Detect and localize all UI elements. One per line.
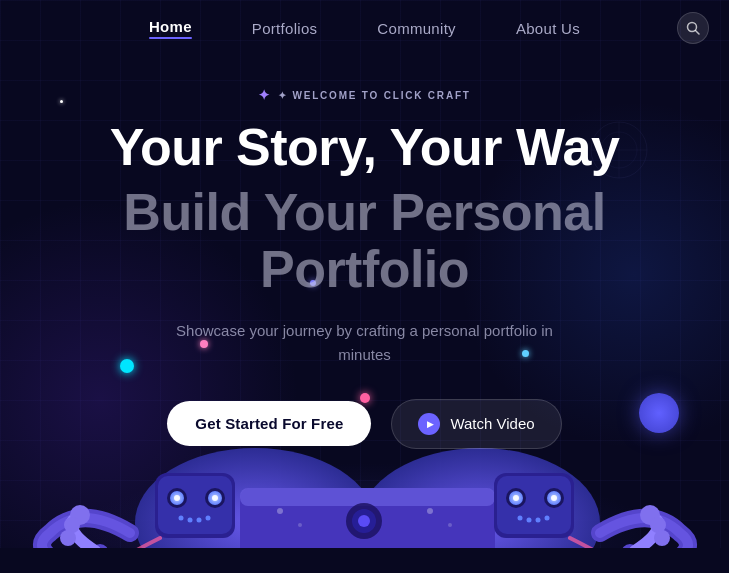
svg-point-27 [513, 495, 519, 501]
nav-community[interactable]: Community [377, 20, 456, 37]
svg-point-15 [174, 495, 180, 501]
svg-point-40 [654, 530, 670, 546]
svg-rect-10 [240, 488, 495, 506]
svg-point-22 [206, 516, 211, 521]
hero-title-line1: Your Story, Your Way [40, 119, 689, 176]
get-started-button[interactable]: Get Started For Free [167, 401, 371, 446]
svg-point-48 [448, 523, 452, 527]
nav-home[interactable]: Home [149, 18, 192, 39]
svg-point-32 [527, 518, 532, 523]
svg-point-20 [188, 518, 193, 523]
svg-point-46 [298, 523, 302, 527]
svg-line-5 [696, 31, 700, 35]
play-icon: ▶ [418, 413, 440, 435]
hero-section: ✦ ✦ WELCOME TO CLICK CRAFT Your Story, Y… [0, 56, 729, 449]
svg-point-18 [212, 495, 218, 501]
hero-subtitle: Showcase your journey by crafting a pers… [155, 319, 575, 367]
nav-about[interactable]: About Us [516, 20, 580, 37]
hero-title-line2: Build Your Personal Portfolio [40, 184, 689, 298]
navbar: Home Portfolios Community About Us [0, 0, 729, 56]
svg-point-21 [197, 518, 202, 523]
svg-point-31 [518, 516, 523, 521]
svg-point-37 [60, 530, 76, 546]
svg-point-19 [179, 516, 184, 521]
welcome-badge: ✦ ✦ WELCOME TO CLICK CRAFT [258, 87, 470, 103]
svg-point-30 [551, 495, 557, 501]
watch-video-button[interactable]: ▶ Watch Video [391, 399, 561, 449]
svg-point-34 [545, 516, 550, 521]
cta-button-group: Get Started For Free ▶ Watch Video [40, 399, 689, 449]
svg-rect-44 [0, 548, 729, 573]
svg-point-43 [358, 515, 370, 527]
search-icon [686, 21, 700, 35]
star-icon: ✦ [258, 87, 272, 103]
search-button[interactable] [677, 12, 709, 44]
svg-point-47 [427, 508, 433, 514]
svg-point-45 [277, 508, 283, 514]
svg-point-33 [536, 518, 541, 523]
nav-portfolios[interactable]: Portfolios [252, 20, 318, 37]
